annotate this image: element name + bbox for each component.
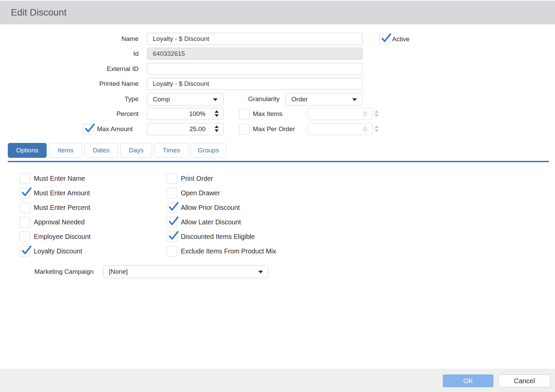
allow-later-discount-checkbox[interactable] (167, 217, 177, 227)
edit-discount-dialog: Edit Discount Name Active Id External ID… (0, 0, 555, 392)
employee-discount-label: Employee Discount (34, 233, 91, 241)
spinner-up-icon (375, 125, 379, 128)
option-row-open-drawer[interactable]: Open Drawer (167, 188, 276, 198)
active-checkbox[interactable] (379, 34, 390, 44)
printed-name-input[interactable] (147, 78, 363, 90)
percent-stepper[interactable] (215, 110, 219, 117)
percent-input[interactable]: 100% (147, 108, 223, 120)
max-per-order-value: 0 (363, 125, 367, 133)
external-id-label: External ID (0, 63, 139, 75)
options-column-left: Must Enter NameMust Enter AmountMust Ent… (20, 173, 91, 261)
loyalty-discount-checkbox[interactable] (20, 246, 30, 256)
spinner-down-icon[interactable] (215, 129, 219, 132)
approval-needed-checkbox[interactable] (20, 217, 30, 227)
ok-button[interactable]: OK (443, 374, 493, 387)
name-label: Name (0, 33, 139, 45)
external-id-input[interactable] (147, 63, 363, 75)
print-order-checkbox[interactable] (167, 173, 177, 184)
max-per-order-checkbox[interactable] (239, 124, 249, 134)
option-row-allow-prior-discount[interactable]: Allow Prior Discount (167, 202, 276, 213)
max-items-label: Max Items (253, 108, 283, 120)
tab-underline (8, 161, 549, 162)
spinner-up-icon[interactable] (215, 110, 219, 113)
tab-groups[interactable]: Groups (191, 143, 226, 158)
chevron-down-icon (258, 271, 263, 273)
option-row-print-order[interactable]: Print Order (167, 173, 276, 184)
print-order-label: Print Order (181, 175, 213, 182)
max-amount-value: 25.00 (189, 125, 206, 133)
granularity-value: Order (291, 96, 308, 103)
option-row-employee-discount[interactable]: Employee Discount (20, 231, 91, 242)
discounted-items-eligible-checkbox[interactable] (167, 231, 177, 242)
must-enter-amount-label: Must Enter Amount (34, 189, 90, 197)
open-drawer-label: Open Drawer (181, 189, 220, 197)
max-amount-label: Max Amount (97, 123, 133, 135)
chevron-down-icon (352, 98, 357, 101)
exclude-items-from-product-mix-label: Exclude Items From Product Mix (181, 247, 276, 255)
tab-bar: OptionsItemsDatesDaysTimesGroups (8, 143, 226, 158)
type-label: Type (0, 93, 139, 105)
option-row-exclude-items-from-product-mix[interactable]: Exclude Items From Product Mix (167, 246, 276, 256)
tab-items[interactable]: Items (49, 143, 82, 158)
spinner-down-icon (375, 129, 379, 132)
cancel-button[interactable]: Cancel (499, 374, 550, 387)
dialog-footer: OK Cancel (0, 369, 555, 392)
active-label: Active (392, 33, 410, 45)
option-row-must-enter-percent[interactable]: Must Enter Percent (20, 202, 91, 213)
must-enter-name-checkbox[interactable] (20, 173, 30, 184)
must-enter-percent-checkbox[interactable] (20, 202, 30, 213)
spinner-down-icon[interactable] (215, 114, 219, 117)
option-row-discounted-items-eligible[interactable]: Discounted Items Eligible (167, 231, 276, 242)
name-input[interactable] (147, 33, 363, 45)
max-items-input: 0 (308, 108, 372, 120)
dialog-header: Edit Discount (0, 0, 555, 24)
must-enter-name-label: Must Enter Name (34, 175, 85, 182)
option-row-must-enter-amount[interactable]: Must Enter Amount (20, 188, 91, 198)
discounted-items-eligible-label: Discounted Items Eligible (181, 233, 255, 241)
options-column-right: Print OrderOpen DrawerAllow Prior Discou… (167, 173, 276, 261)
allow-prior-discount-label: Allow Prior Discount (181, 204, 240, 212)
max-per-order-stepper (375, 125, 379, 132)
marketing-campaign-dropdown[interactable]: [None] (103, 265, 269, 278)
employee-discount-checkbox[interactable] (20, 231, 30, 242)
id-label: Id (0, 48, 139, 60)
max-amount-stepper[interactable] (215, 125, 219, 132)
option-row-approval-needed[interactable]: Approval Needed (20, 217, 91, 227)
max-items-checkbox[interactable] (239, 109, 249, 119)
granularity-label: Granularity (203, 93, 280, 105)
tab-days[interactable]: Days (120, 143, 152, 158)
tab-times[interactable]: Times (154, 143, 188, 158)
page-title: Edit Discount (11, 1, 67, 24)
printed-name-label: Printed Name (0, 78, 139, 90)
allow-later-discount-label: Allow Later Discount (181, 218, 241, 226)
marketing-campaign-value: [None] (109, 268, 128, 275)
option-row-loyalty-discount[interactable]: Loyalty Discount (20, 246, 91, 256)
exclude-items-from-product-mix-checkbox[interactable] (167, 246, 177, 256)
percent-value: 100% (189, 110, 206, 118)
spinner-up-icon[interactable] (215, 125, 219, 128)
approval-needed-label: Approval Needed (34, 218, 85, 226)
allow-prior-discount-checkbox[interactable] (167, 202, 177, 213)
open-drawer-checkbox[interactable] (167, 188, 177, 198)
max-amount-checkbox[interactable] (83, 124, 93, 134)
max-items-stepper (375, 110, 379, 117)
max-items-value: 0 (363, 110, 367, 118)
spinner-up-icon (375, 110, 379, 113)
tab-dates[interactable]: Dates (85, 143, 118, 158)
tab-options[interactable]: Options (8, 143, 47, 158)
percent-label: Percent (0, 108, 139, 120)
spinner-down-icon (375, 114, 379, 117)
id-input (147, 48, 363, 60)
loyalty-discount-label: Loyalty Discount (34, 247, 82, 255)
must-enter-percent-label: Must Enter Percent (34, 204, 90, 212)
max-per-order-label: Max Per Order (253, 123, 295, 135)
type-value: Comp (153, 96, 170, 103)
max-per-order-input: 0 (308, 123, 372, 135)
option-row-allow-later-discount[interactable]: Allow Later Discount (167, 217, 276, 227)
option-row-must-enter-name[interactable]: Must Enter Name (20, 173, 91, 184)
must-enter-amount-checkbox[interactable] (20, 188, 30, 198)
max-amount-input[interactable]: 25.00 (147, 123, 223, 135)
marketing-campaign-label: Marketing Campaign (0, 265, 94, 278)
granularity-dropdown[interactable]: Order (286, 93, 363, 105)
